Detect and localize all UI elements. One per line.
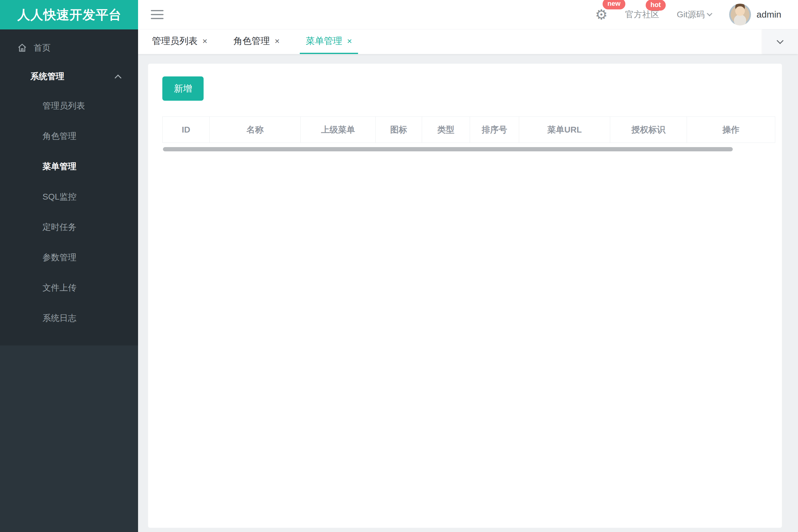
tabbar: 管理员列表×角色管理×菜单管理× xyxy=(138,30,798,54)
sidebar-item-2[interactable]: 菜单管理 xyxy=(0,151,138,182)
home-icon xyxy=(17,43,27,53)
chevron-up-icon xyxy=(115,75,122,81)
sidebar-filler xyxy=(0,345,138,532)
scrollbar-thumb[interactable] xyxy=(163,147,733,151)
chevron-down-icon xyxy=(707,11,712,16)
column-header: 名称 xyxy=(210,117,301,143)
username-label: admin xyxy=(757,10,781,20)
brand-logo: 人人快速开发平台 xyxy=(0,0,138,30)
hot-badge: hot xyxy=(646,0,666,11)
sidebar-home-label: 首页 xyxy=(34,42,51,54)
tab-1[interactable]: 角色管理× xyxy=(227,30,285,54)
sidebar-item-0[interactable]: 管理员列表 xyxy=(0,91,138,121)
topbar: ⚙ new 官方社区 hot Git源码 admin xyxy=(138,0,798,30)
hamburger-menu-icon[interactable] xyxy=(151,7,164,22)
close-icon[interactable]: × xyxy=(275,36,279,46)
tab-0[interactable]: 管理员列表× xyxy=(146,30,213,54)
settings-button[interactable]: ⚙ new xyxy=(595,7,608,21)
sidebar-item-1[interactable]: 角色管理 xyxy=(0,121,138,151)
git-source-label: Git源码 xyxy=(677,9,705,20)
avatar xyxy=(729,4,751,25)
content-panel: 新增 ID名称上级菜单图标类型排序号菜单URL授权标识操作 xyxy=(148,64,782,528)
sidebar-item-4[interactable]: 定时任务 xyxy=(0,212,138,242)
sidebar-menu: 首页 系统管理 管理员列表角色管理菜单管理SQL监控定时任务参数管理文件上传系统… xyxy=(0,30,138,345)
sidebar-submenu: 管理员列表角色管理菜单管理SQL监控定时任务参数管理文件上传系统日志 xyxy=(0,91,138,333)
sidebar-group-label: 系统管理 xyxy=(30,71,64,82)
tabs-collapse-button[interactable] xyxy=(762,30,798,54)
column-header: 排序号 xyxy=(470,117,519,143)
tab-label: 菜单管理 xyxy=(306,35,342,47)
community-link[interactable]: 官方社区 hot xyxy=(625,9,659,20)
tab-label: 角色管理 xyxy=(233,35,270,47)
gear-icon: ⚙ xyxy=(595,7,608,21)
new-badge: new xyxy=(602,0,625,10)
chevron-down-icon xyxy=(777,37,784,44)
column-header: 操作 xyxy=(687,117,775,143)
tab-2[interactable]: 菜单管理× xyxy=(300,30,358,54)
sidebar-item-3[interactable]: SQL监控 xyxy=(0,182,138,212)
column-header: 类型 xyxy=(422,117,470,143)
sidebar-item-home[interactable]: 首页 xyxy=(0,34,138,62)
tab-label: 管理员列表 xyxy=(152,35,198,47)
sidebar-item-5[interactable]: 参数管理 xyxy=(0,242,138,273)
sidebar: 人人快速开发平台 首页 系统管理 管理员列表角色管理菜单管理SQL监控定时任务参… xyxy=(0,0,138,532)
menu-table: ID名称上级菜单图标类型排序号菜单URL授权标识操作 xyxy=(162,116,775,151)
add-button[interactable]: 新增 xyxy=(162,76,204,101)
close-icon[interactable]: × xyxy=(202,36,207,46)
sidebar-item-7[interactable]: 系统日志 xyxy=(0,303,138,333)
sidebar-item-6[interactable]: 文件上传 xyxy=(0,273,138,303)
column-header: 上级菜单 xyxy=(301,117,376,143)
open-tabs: 管理员列表×角色管理×菜单管理× xyxy=(138,30,372,54)
table-header-row: ID名称上级菜单图标类型排序号菜单URL授权标识操作 xyxy=(163,117,775,143)
column-header: ID xyxy=(163,117,210,143)
main-content: 新增 ID名称上级菜单图标类型排序号菜单URL授权标识操作 xyxy=(138,54,798,532)
horizontal-scrollbar[interactable] xyxy=(162,147,775,151)
column-header: 授权标识 xyxy=(610,117,687,143)
column-header: 菜单URL xyxy=(519,117,610,143)
git-source-dropdown[interactable]: Git源码 xyxy=(677,9,712,20)
column-header: 图标 xyxy=(376,117,422,143)
user-menu[interactable]: admin xyxy=(729,4,781,25)
close-icon[interactable]: × xyxy=(347,36,352,46)
sidebar-group-system[interactable]: 系统管理 xyxy=(0,62,138,91)
